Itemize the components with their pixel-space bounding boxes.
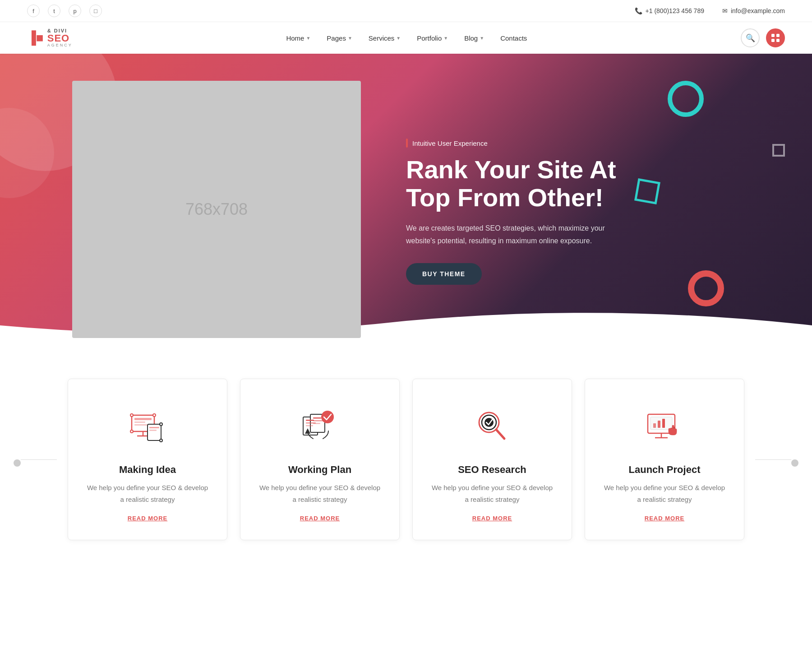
logo[interactable]: ▐■ & DIVI SEO AGENCY [27, 28, 73, 47]
hero-title-line2: Top From Other! [406, 183, 604, 212]
decor-line-left [21, 459, 57, 460]
working-plan-icon-wrap [295, 402, 345, 451]
nav-pages-arrow: ▼ [348, 36, 352, 41]
nav-contacts[interactable]: Contacts [500, 34, 527, 42]
svg-point-16 [160, 423, 162, 426]
nav-portfolio-arrow: ▼ [443, 36, 448, 41]
nav-blog-label: Blog [464, 34, 478, 42]
nav-services-arrow: ▼ [396, 36, 401, 41]
service-card-working-plan: Working Plan We help you define your SEO… [240, 379, 400, 540]
logo-text: & DIVI SEO AGENCY [47, 28, 73, 47]
hero-title: Rank Your Site At Top From Other! [406, 156, 776, 211]
svg-rect-1 [776, 34, 780, 37]
making-idea-icon-wrap [123, 402, 172, 451]
launch-project-desc: We help you define your SEO & develop a … [601, 482, 728, 505]
svg-rect-25 [313, 423, 320, 424]
svg-rect-9 [134, 424, 148, 426]
svg-rect-3 [776, 39, 780, 42]
making-idea-read-more[interactable]: READ MORE [128, 515, 167, 522]
seo-research-read-more[interactable]: READ MORE [472, 515, 512, 522]
svg-rect-24 [313, 420, 323, 422]
contact-info: 📞 +1 (800)123 456 789 ✉ info@example.com [635, 7, 785, 14]
search-button[interactable]: 🔍 [741, 28, 760, 47]
svg-rect-11 [149, 427, 159, 428]
svg-line-30 [496, 430, 504, 439]
nav-services-label: Services [369, 34, 395, 42]
svg-rect-2 [771, 39, 775, 42]
svg-rect-0 [771, 34, 775, 37]
seo-research-desc: We help you define your SEO & develop a … [429, 482, 555, 505]
facebook-icon[interactable]: f [27, 5, 40, 17]
working-plan-desc: We help you define your SEO & develop a … [257, 482, 383, 505]
decor-line-right [755, 459, 791, 460]
services-section: Making Idea We help you define your SEO … [0, 343, 812, 576]
svg-point-13 [130, 414, 133, 417]
nav-pages[interactable]: Pages ▼ [327, 34, 352, 42]
twitter-icon[interactable]: t [48, 5, 60, 17]
svg-rect-37 [662, 419, 665, 428]
svg-point-17 [160, 439, 162, 442]
service-card-launch-project: Launch Project We help you define your S… [585, 379, 744, 540]
working-plan-icon [300, 406, 340, 447]
email-icon: ✉ [722, 7, 728, 14]
instagram-icon[interactable]: □ [89, 5, 102, 17]
launch-project-title: Launch Project [629, 464, 701, 476]
seo-research-icon [472, 406, 512, 447]
svg-rect-22 [306, 425, 313, 426]
eyebrow-bar [406, 139, 408, 148]
nav-contacts-label: Contacts [500, 34, 527, 42]
nav-pages-label: Pages [327, 34, 346, 42]
launch-project-icon-wrap [640, 402, 689, 451]
nav-portfolio-label: Portfolio [417, 34, 442, 42]
nav-actions: 🔍 [741, 28, 785, 47]
hero-section: 768x708 Intuitive User Experience Rank Y… [0, 54, 812, 343]
pinterest-icon[interactable]: p [69, 5, 81, 17]
services-grid: Making Idea We help you define your SEO … [68, 379, 744, 540]
nav-services[interactable]: Services ▼ [369, 34, 401, 42]
eyebrow-text: Intuitive User Experience [412, 139, 488, 147]
nav-blog-arrow: ▼ [480, 36, 484, 41]
service-card-seo-research: SEO Research We help you define your SEO… [412, 379, 572, 540]
making-idea-icon [127, 406, 168, 447]
phone-icon: 📞 [635, 7, 642, 14]
navbar: ▐■ & DIVI SEO AGENCY Home ▼ Pages ▼ Serv… [0, 22, 812, 54]
svg-rect-20 [306, 420, 314, 421]
making-idea-desc: We help you define your SEO & develop a … [84, 482, 211, 505]
top-bar: f t p □ 📞 +1 (800)123 456 789 ✉ info@exa… [0, 0, 812, 22]
phone-info: 📞 +1 (800)123 456 789 [635, 7, 704, 14]
nav-home[interactable]: Home ▼ [286, 34, 310, 42]
email-address: info@example.com [731, 7, 785, 14]
launch-project-icon [644, 406, 685, 447]
svg-rect-36 [658, 421, 660, 428]
nav-portfolio[interactable]: Portfolio ▼ [417, 34, 448, 42]
hero-eyebrow: Intuitive User Experience [406, 139, 776, 148]
phone-number: +1 (800)123 456 789 [646, 7, 704, 14]
hero-content: Intuitive User Experience Rank Your Site… [361, 54, 812, 343]
grid-button[interactable] [766, 28, 785, 47]
svg-point-15 [130, 430, 133, 433]
logo-agency: AGENCY [47, 43, 73, 47]
svg-rect-35 [653, 423, 656, 428]
nav-links: Home ▼ Pages ▼ Services ▼ Portfolio ▼ Bl… [286, 34, 527, 42]
email-info: ✉ info@example.com [722, 7, 785, 14]
hero-description: We are creates targeted SEO strategies, … [406, 222, 623, 246]
svg-rect-8 [134, 422, 145, 423]
placeholder-text: 768x708 [185, 200, 248, 219]
hero-cta-button[interactable]: BUY THEME [406, 263, 482, 285]
nav-blog[interactable]: Blog ▼ [464, 34, 484, 42]
service-card-making-idea: Making Idea We help you define your SEO … [68, 379, 227, 540]
svg-rect-7 [134, 418, 152, 420]
svg-rect-12 [149, 430, 157, 431]
logo-seo: SEO [47, 33, 73, 43]
hero-title-line1: Rank Your Site At [406, 155, 616, 184]
svg-rect-10 [148, 424, 161, 440]
social-icons: f t p □ [27, 5, 102, 17]
launch-project-read-more[interactable]: READ MORE [645, 515, 684, 522]
working-plan-read-more[interactable]: READ MORE [300, 515, 340, 522]
decor-dot-right [791, 459, 798, 467]
making-idea-title: Making Idea [119, 464, 176, 476]
svg-rect-23 [313, 417, 321, 419]
working-plan-title: Working Plan [288, 464, 351, 476]
grid-icon [771, 33, 780, 42]
svg-point-14 [153, 414, 156, 417]
